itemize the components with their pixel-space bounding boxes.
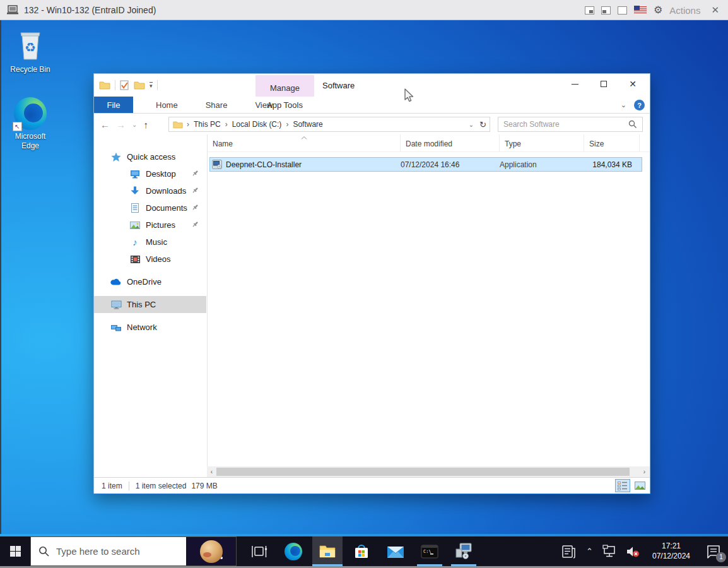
tab-share[interactable]: Share (192, 97, 242, 113)
forward-icon[interactable]: → (116, 119, 126, 130)
downloads-icon (129, 186, 141, 196)
vm-view-mode-2-icon[interactable] (601, 6, 611, 15)
vm-close-icon[interactable]: ✕ (711, 4, 719, 16)
taskbar-installer-button[interactable] (449, 536, 479, 566)
sidebar-item-network[interactable]: Network (94, 319, 206, 336)
thumbnail-view-button[interactable] (632, 479, 647, 492)
maximize-button[interactable] (589, 74, 618, 94)
sidebar-item-videos[interactable]: Videos (94, 251, 206, 268)
minimize-icon (572, 84, 578, 85)
scroll-left-icon[interactable]: ‹ (207, 468, 216, 475)
taskbar-search-box[interactable] (30, 536, 237, 566)
taskbar-cmd-button[interactable]: C:\ (414, 536, 445, 566)
sidebar-item-this-pc[interactable]: This PC (94, 296, 206, 313)
search-icon[interactable] (628, 120, 637, 129)
crumb-sep-icon: › (225, 120, 228, 129)
ribbon-collapse-chevron-icon[interactable]: ⌄ (621, 101, 626, 109)
sidebar-item-label: Quick access (127, 152, 175, 162)
recent-locations-chevron-icon[interactable]: ⌄ (132, 121, 137, 128)
column-header-type[interactable]: Type (500, 134, 584, 151)
sidebar-item-label: OneDrive (127, 277, 161, 287)
help-icon[interactable]: ? (634, 100, 645, 110)
svg-text:♻: ♻ (25, 40, 36, 54)
file-size: 184,034 KB (584, 160, 637, 169)
music-icon: ♪ (129, 237, 141, 247)
scrollbar-thumb[interactable] (216, 468, 630, 476)
sidebar-item-documents[interactable]: Documents (94, 199, 206, 216)
shortcut-arrow-icon: ↖ (13, 122, 22, 131)
search-input[interactable] (498, 120, 628, 129)
details-view-button[interactable] (615, 479, 630, 492)
qat-new-folder-icon[interactable] (134, 81, 145, 90)
breadcrumb-software[interactable]: Software (293, 120, 322, 129)
sidebar-item-quick-access[interactable]: Quick access (94, 148, 206, 165)
vm-view-mode-3-icon[interactable] (618, 6, 627, 15)
address-bar[interactable]: › This PC › Local Disk (C:) › Software ⌄… (168, 117, 490, 132)
taskbar-file-explorer-button[interactable] (312, 536, 343, 566)
breadcrumb-local-disk-c[interactable]: Local Disk (C:) (232, 120, 282, 129)
vm-actions-label[interactable]: Actions (669, 5, 700, 16)
network-tray-icon[interactable] (602, 545, 617, 558)
address-dropdown-chevron-icon[interactable]: ⌄ (469, 121, 474, 128)
taskbar-mail-button[interactable] (380, 536, 411, 566)
taskbar-search-input[interactable] (50, 546, 186, 557)
task-view-button[interactable] (244, 536, 274, 566)
qat-properties-icon[interactable] (120, 80, 129, 90)
vm-actions-gear-icon[interactable]: ⚙ (654, 5, 662, 15)
close-button[interactable]: ✕ (618, 74, 647, 94)
qat-customize-dropdown-icon[interactable]: ▾ (150, 82, 153, 89)
sidebar-item-music[interactable]: ♪ Music (94, 234, 206, 251)
onedrive-cloud-icon (110, 277, 122, 287)
horizontal-scrollbar[interactable]: ‹ › (207, 466, 650, 477)
column-header-size[interactable]: Size (584, 134, 640, 151)
sidebar-item-onedrive[interactable]: OneDrive (94, 273, 206, 290)
sidebar-item-label: Network (127, 322, 157, 332)
start-button[interactable] (0, 536, 30, 566)
file-row-deepnet-clo-installer[interactable]: Deepnet-CLO-Installer 07/12/2024 16:46 A… (209, 157, 642, 172)
volume-muted-icon[interactable] (626, 545, 640, 558)
keyboard-layout-flag-icon[interactable] (634, 6, 647, 15)
windows-logo-icon (10, 546, 21, 557)
address-row: ← → ⌄ ↑ › This PC › Local Disk (C:) › So… (94, 114, 650, 134)
screen: 132 - Win10-132 (EntraID Joined) ⚙ Actio… (0, 0, 728, 568)
sidebar-item-pictures[interactable]: Pictures (94, 216, 206, 234)
sidebar-item-label: This PC (127, 300, 156, 309)
back-icon[interactable]: ← (100, 119, 110, 130)
window-title: Software (322, 74, 355, 97)
clock-date: 07/12/2024 (649, 552, 694, 562)
sidebar-item-desktop[interactable]: Desktop (94, 165, 206, 182)
action-center-button[interactable]: 1 (705, 544, 722, 559)
sidebar-item-label: Videos (146, 254, 171, 264)
this-pc-icon (110, 300, 122, 310)
hidden-icons-chevron-icon[interactable]: ⌃ (586, 547, 593, 556)
vm-view-mode-1-icon[interactable] (585, 6, 594, 15)
up-icon[interactable]: ↑ (143, 119, 148, 130)
sidebar-item-label: Downloads (146, 186, 186, 196)
sidebar-item-downloads[interactable]: Downloads (94, 182, 206, 199)
explorer-titlebar[interactable]: ▾ Manage Software ✕ (94, 74, 650, 97)
vm-window-icon (7, 5, 20, 16)
contextual-tab-manage[interactable]: Manage (255, 75, 314, 97)
column-header-date-modified[interactable]: Date modified (401, 134, 500, 151)
refresh-icon[interactable]: ↻ (479, 120, 486, 129)
taskbar-clock[interactable]: 17:21 07/12/2024 (649, 541, 694, 561)
status-selected-count: 1 item selected (136, 482, 187, 490)
desktop-icon-recycle-bin[interactable]: ♻ Recycle Bin (0, 28, 61, 74)
taskbar-edge-button[interactable] (278, 536, 308, 566)
search-highlight-tile[interactable] (186, 537, 236, 565)
breadcrumb-this-pc[interactable]: This PC (194, 120, 221, 129)
taskbar: C:\ (0, 536, 728, 566)
search-box[interactable] (498, 117, 643, 132)
status-selected-size: 179 MB (191, 482, 217, 490)
minimize-button[interactable] (560, 74, 589, 94)
taskbar-store-button[interactable] (346, 536, 377, 566)
news-and-interests-icon[interactable] (561, 544, 577, 559)
installer-file-icon (212, 160, 222, 169)
tab-file[interactable]: File (94, 97, 133, 113)
tab-app-tools[interactable]: App Tools (255, 97, 314, 114)
scroll-right-icon[interactable]: › (640, 468, 649, 475)
column-header-name[interactable]: Name (208, 134, 401, 151)
desktop-icon-microsoft-edge[interactable]: ↖ Microsoft Edge (0, 97, 61, 151)
tab-home[interactable]: Home (142, 97, 192, 113)
crumb-sep-icon: › (286, 120, 288, 129)
